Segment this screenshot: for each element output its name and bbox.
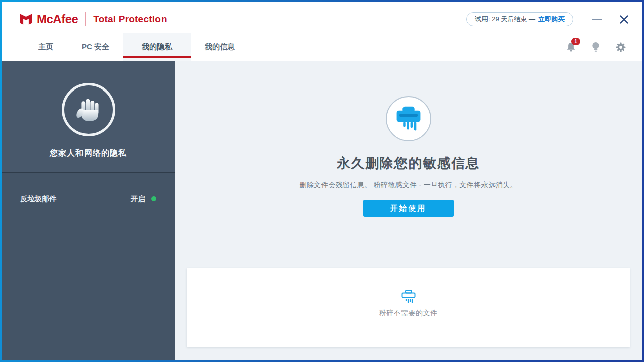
app-chrome: McAfee Total Protection 试用: 29 天后结束 — 立即… bbox=[2, 2, 642, 360]
settings-button[interactable] bbox=[615, 41, 627, 53]
trial-badge[interactable]: 试用: 29 天后结束 — 立即购买 bbox=[466, 12, 573, 26]
close-icon[interactable] bbox=[619, 15, 629, 24]
shred-files-label: 粉碎不需要的文件 bbox=[379, 309, 438, 318]
lightbulb-icon bbox=[591, 41, 601, 53]
buy-now-link[interactable]: 立即购买 bbox=[538, 15, 565, 24]
shredder-icon bbox=[394, 105, 423, 132]
notification-count-badge: 1 bbox=[571, 38, 580, 45]
sidebar-list: 反垃圾邮件 开启 bbox=[2, 173, 175, 360]
tips-button[interactable] bbox=[591, 41, 601, 53]
brand-row: McAfee Total Protection 试用: 29 天后结束 — 立即… bbox=[2, 2, 642, 33]
product-name: Total Protection bbox=[93, 14, 167, 25]
sidebar-header: 您家人和网络的隐私 bbox=[2, 61, 175, 173]
brand-name: McAfee bbox=[37, 12, 78, 26]
mcafee-shield-icon bbox=[19, 13, 33, 26]
header-icons: 1 bbox=[565, 33, 627, 61]
shred-files-card[interactable]: 粉碎不需要的文件 bbox=[187, 268, 630, 347]
status-text: 开启 bbox=[131, 194, 145, 204]
antispam-label: 反垃圾邮件 bbox=[20, 194, 57, 204]
get-started-button[interactable]: 开始使用 bbox=[363, 200, 454, 217]
shredder-outline-icon bbox=[400, 289, 417, 304]
page-title: 永久删除您的敏感信息 bbox=[337, 154, 480, 172]
tab-my-privacy[interactable]: 我的隐私 bbox=[123, 33, 191, 61]
stop-hand-icon bbox=[75, 96, 102, 123]
gear-icon bbox=[615, 41, 627, 53]
tab-home[interactable]: 主页 bbox=[24, 33, 67, 61]
tab-my-info[interactable]: 我的信息 bbox=[191, 33, 249, 61]
tab-pc-security[interactable]: PC 安全 bbox=[67, 33, 123, 61]
status-on-dot bbox=[151, 196, 156, 201]
brand-divider bbox=[85, 12, 86, 26]
notifications-button[interactable]: 1 bbox=[565, 41, 577, 53]
header: McAfee Total Protection 试用: 29 天后结束 — 立即… bbox=[2, 2, 642, 61]
main-panel: 永久删除您的敏感信息 删除文件会残留信息。 粉碎敏感文件 - 一旦执行，文件将永… bbox=[175, 61, 642, 360]
shredder-hero-circle bbox=[386, 96, 431, 141]
sidebar: 您家人和网络的隐私 反垃圾邮件 开启 bbox=[2, 61, 175, 360]
trial-text: 试用: 29 天后结束 — bbox=[475, 15, 535, 24]
page-description: 删除文件会残留信息。 粉碎敏感文件 - 一旦执行，文件将永远消失。 bbox=[299, 180, 517, 190]
minimize-icon[interactable] bbox=[592, 19, 602, 20]
sidebar-title: 您家人和网络的隐私 bbox=[2, 148, 175, 159]
app-window: McAfee Total Protection 试用: 29 天后结束 — 立即… bbox=[0, 0, 644, 362]
nav-tabs: 主页 PC 安全 我的隐私 我的信息 1 bbox=[2, 33, 642, 61]
antispam-status: 开启 bbox=[131, 194, 156, 204]
content: 您家人和网络的隐私 反垃圾邮件 开启 bbox=[2, 61, 642, 360]
sidebar-item-antispam[interactable]: 反垃圾邮件 开启 bbox=[2, 187, 175, 211]
privacy-ring bbox=[62, 83, 115, 136]
